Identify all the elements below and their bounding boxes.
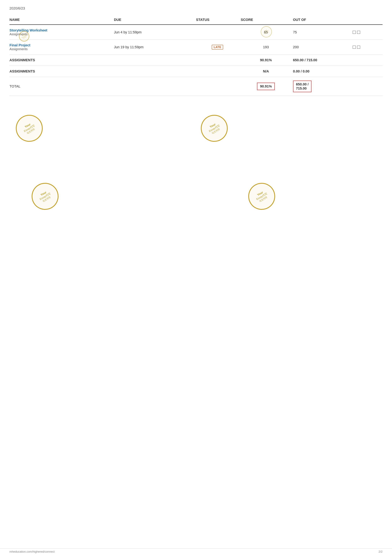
section-label-2: ASSIGNMENTS [9, 69, 35, 73]
col-header-due: DUE [114, 15, 196, 25]
checkbox-2[interactable] [357, 31, 360, 34]
col-header-name: NAME [9, 15, 114, 25]
section-outof-2: 0.00 / 0.00 [293, 66, 353, 77]
footer: mheducation.com/highered/connect 2/2 [0, 548, 392, 555]
assignment-name-final[interactable]: Final Project [9, 43, 112, 47]
footer-right: 2/2 [378, 550, 383, 553]
footer-left: mheducation.com/highered/connect [9, 550, 55, 553]
assignment-sub-storytelling: Assignments Your Essay代写 论文代写 [9, 32, 112, 36]
section-outof-1: 650.00 / 715.00 [293, 55, 353, 66]
watermark-2: Your Essay代写 论文代写 [201, 115, 228, 142]
checkbox-storytelling [353, 25, 383, 40]
section-row-assignments-1: ASSIGNMENTS 90.91% 650.00 / 715.00 [9, 55, 383, 66]
watermark-4: Your Essay代写 论文代写 [248, 183, 275, 210]
watermark-3: Your Essay代写 论文代写 [32, 183, 58, 210]
due-final: Jun 19 by 11:59pm [114, 40, 196, 55]
total-label: TOTAL [9, 77, 114, 96]
score-final: 193 [241, 40, 293, 55]
watermark-1: Your Essay代写 论文代写 [16, 115, 43, 142]
checkbox-1[interactable] [353, 31, 356, 34]
watermarks-row1: Your Essay代写 论文代写 Your Essay代写 论文代写 [9, 105, 383, 151]
score-storytelling: 65 Your Essay代写 论文代写 [241, 25, 293, 40]
due-storytelling: Jun 4 by 11:59pm [114, 25, 196, 40]
col-header-extra [353, 15, 383, 25]
total-score: 90.91% [241, 77, 293, 96]
col-header-status: STATUS [196, 15, 241, 25]
total-outof-box: 650.00 / 715.00 [293, 80, 312, 92]
checkbox-3[interactable] [353, 45, 356, 49]
total-row: TOTAL 90.91% 650.00 / 715.00 [9, 77, 383, 96]
table-row: Storytelling Worksheet Assignments Your … [9, 25, 383, 40]
late-badge: LATE [212, 45, 223, 50]
section-score-2: N/A [241, 66, 293, 77]
col-header-outof: OUT OF [293, 15, 353, 25]
section-label-1: ASSIGNMENTS [9, 58, 35, 62]
total-score-box: 90.91% [257, 83, 275, 90]
section-row-assignments-2: ASSIGNMENTS N/A 0.00 / 0.00 [9, 66, 383, 77]
page-date: 2020/6/23 [9, 6, 383, 10]
col-header-score: SCORE [241, 15, 293, 25]
watermarks-row2: Your Essay代写 论文代写 Your Essay代写 论文代写 [9, 151, 383, 219]
grades-table: NAME DUE STATUS SCORE OUT OF Storytellin… [9, 15, 383, 96]
assignment-sub-final: Assignments [9, 47, 112, 51]
section-score-1: 90.91% [241, 55, 293, 66]
outof-storytelling: 75 [293, 25, 353, 40]
checkbox-4[interactable] [357, 45, 360, 49]
total-outof: 650.00 / 715.00 [293, 77, 353, 96]
checkbox-final [353, 40, 383, 55]
outof-final: 200 [293, 40, 353, 55]
status-final: LATE [196, 40, 241, 55]
table-row: Final Project Assignments Jun 19 by 11:5… [9, 40, 383, 55]
status-storytelling [196, 25, 241, 40]
